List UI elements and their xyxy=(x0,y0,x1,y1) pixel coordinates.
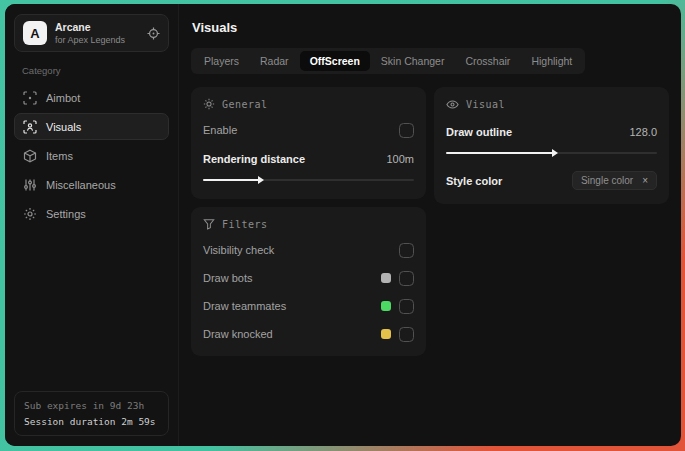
slider-arrow-handle[interactable] xyxy=(258,176,264,184)
app-logo: A xyxy=(23,21,47,45)
draw-outline-row: Draw outline 128.0 xyxy=(446,124,657,140)
draw-outline-value: 128.0 xyxy=(629,126,657,138)
sidebar: A Arcane for Apex Legends Category Aimbo xyxy=(5,4,179,446)
style-color-label: Style color xyxy=(446,175,502,187)
tab-players[interactable]: Players xyxy=(194,51,249,71)
draw-teammates-row: Draw teammates xyxy=(203,298,414,314)
tab-radar[interactable]: Radar xyxy=(250,51,299,71)
style-color-selected-value: Single color xyxy=(581,175,633,186)
sidebar-item-miscellaneous[interactable]: Miscellaneous xyxy=(14,171,169,198)
sliders-icon xyxy=(23,178,37,192)
target-icon[interactable] xyxy=(147,27,160,40)
panel-visual: Visual Draw outline 128.0 Style color xyxy=(434,87,669,204)
draw-knocked-color-swatch[interactable] xyxy=(381,329,391,339)
tab-crosshair[interactable]: Crosshair xyxy=(455,51,520,71)
draw-outline-label: Draw outline xyxy=(446,126,512,138)
sub-expires-text: Sub expires in 9d 23h xyxy=(24,400,159,411)
sidebar-item-label: Settings xyxy=(46,208,86,220)
session-duration-text: Session duration 2m 59s xyxy=(24,416,159,427)
style-color-row: Style color Single color × xyxy=(446,171,657,190)
rendering-distance-row: Rendering distance 100m xyxy=(203,151,414,167)
main-content: Visuals Players Radar OffScreen Skin Cha… xyxy=(179,4,681,446)
sidebar-item-label: Miscellaneous xyxy=(46,179,116,191)
visibility-check-row: Visibility check xyxy=(203,242,414,258)
panel-title: Visual xyxy=(466,99,505,110)
rendering-distance-slider[interactable] xyxy=(203,175,414,185)
eye-icon xyxy=(446,98,459,111)
draw-bots-checkbox[interactable] xyxy=(399,271,414,286)
sidebar-item-items[interactable]: Items xyxy=(14,142,169,169)
visibility-check-checkbox[interactable] xyxy=(399,243,414,258)
draw-knocked-row: Draw knocked xyxy=(203,326,414,342)
draw-bots-color-swatch[interactable] xyxy=(381,273,391,283)
tab-skin-changer[interactable]: Skin Changer xyxy=(371,51,455,71)
enable-label: Enable xyxy=(203,124,237,136)
rendering-distance-label: Rendering distance xyxy=(203,153,305,165)
style-color-select[interactable]: Single color × xyxy=(572,171,657,190)
crosshair-icon xyxy=(23,91,37,105)
subscription-info: Sub expires in 9d 23h Session duration 2… xyxy=(14,391,169,436)
draw-outline-slider[interactable] xyxy=(446,148,657,158)
tabbar: Players Radar OffScreen Skin Changer Cro… xyxy=(191,48,585,74)
clear-icon[interactable]: × xyxy=(642,175,648,186)
draw-knocked-checkbox[interactable] xyxy=(399,327,414,342)
tab-offscreen[interactable]: OffScreen xyxy=(300,51,370,71)
sidebar-item-label: Visuals xyxy=(46,121,81,133)
app-window: A Arcane for Apex Legends Category Aimbo xyxy=(5,4,681,446)
panel-title: Filters xyxy=(222,219,268,230)
sidebar-item-label: Items xyxy=(46,150,73,162)
panel-title: General xyxy=(222,99,268,110)
slider-arrow-handle[interactable] xyxy=(552,149,558,157)
panel-filters: Filters Visibility check Draw bots xyxy=(191,207,426,356)
app-name: Arcane xyxy=(55,21,139,33)
panel-general: General Enable Rendering distance 100m xyxy=(191,87,426,199)
sidebar-item-aimbot[interactable]: Aimbot xyxy=(14,84,169,111)
box-icon xyxy=(23,149,37,163)
app-subtitle: for Apex Legends xyxy=(55,35,139,45)
page-title: Visuals xyxy=(192,20,669,35)
brand-card: A Arcane for Apex Legends xyxy=(14,14,169,52)
rendering-distance-value: 100m xyxy=(386,153,414,165)
tab-highlight[interactable]: Highlight xyxy=(521,51,582,71)
draw-bots-row: Draw bots xyxy=(203,270,414,286)
category-label: Category xyxy=(22,65,161,76)
sidebar-item-visuals[interactable]: Visuals xyxy=(14,113,169,140)
gear-icon xyxy=(23,207,37,221)
enable-row: Enable xyxy=(203,122,414,138)
enable-checkbox[interactable] xyxy=(399,123,414,138)
sidebar-item-label: Aimbot xyxy=(46,92,80,104)
draw-teammates-color-swatch[interactable] xyxy=(381,301,391,311)
draw-teammates-checkbox[interactable] xyxy=(399,299,414,314)
person-scan-icon xyxy=(23,120,37,134)
sun-icon xyxy=(203,98,215,110)
sidebar-item-settings[interactable]: Settings xyxy=(14,200,169,227)
funnel-icon xyxy=(203,218,215,230)
